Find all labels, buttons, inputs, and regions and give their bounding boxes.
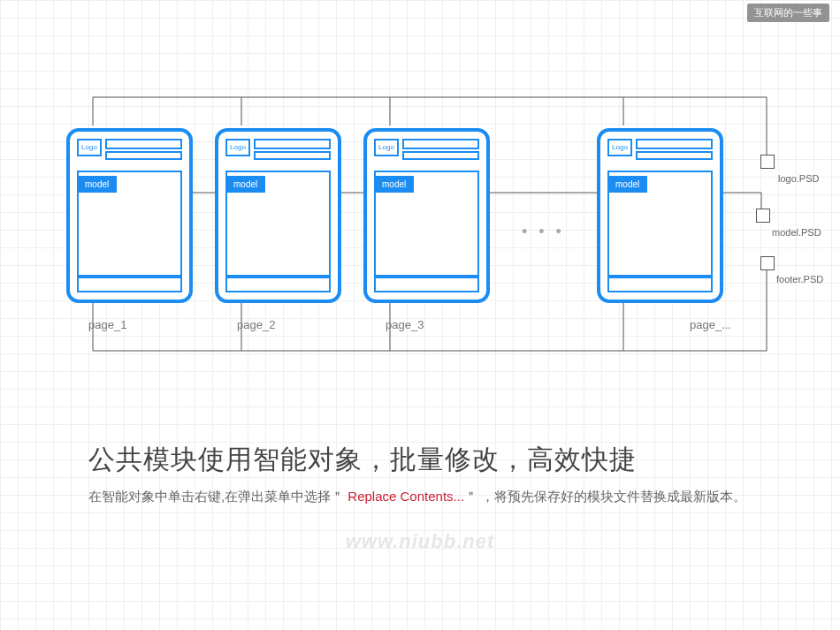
- header-bar: [402, 139, 479, 149]
- page-label-n: page_...: [690, 318, 731, 331]
- model-badge: model: [374, 176, 414, 193]
- file-label-logo: logo.PSD: [778, 173, 819, 184]
- model-badge: model: [225, 176, 265, 193]
- logo-slot: Logo: [225, 139, 250, 156]
- footer-slot: [374, 277, 479, 292]
- watermark: www.niubb.net: [0, 530, 840, 553]
- header-bar: [636, 139, 713, 149]
- page-label-3: page_3: [386, 318, 424, 331]
- page-card-2: Logo model: [215, 128, 341, 303]
- heading: 公共模块使用智能对象，批量修改，高效快捷: [88, 442, 637, 478]
- desc-part-a: 在智能对象中单击右键,在弹出菜单中选择＂: [88, 489, 344, 504]
- nav-bar: [636, 151, 713, 160]
- file-label-model: model.PSD: [772, 227, 821, 238]
- footer-slot: [225, 277, 331, 292]
- page-card-n: Logo model: [597, 128, 723, 303]
- file-icon: [760, 256, 775, 270]
- page-label-1: page_1: [88, 318, 126, 331]
- header-bar: [254, 139, 331, 149]
- model-badge: model: [607, 176, 647, 193]
- logo-slot: Logo: [77, 139, 102, 156]
- menu-command: Replace Contents...: [344, 489, 464, 504]
- nav-bar: [105, 151, 182, 160]
- footer-slot: [77, 277, 182, 292]
- logo-slot: Logo: [374, 139, 399, 156]
- logo-slot: Logo: [607, 139, 632, 156]
- desc-part-b: ＂ ，将预先保存好的模块文件替换成最新版本。: [464, 489, 746, 504]
- diagram-stage: Logo model Logo model Logo model Logo mo…: [0, 0, 840, 389]
- model-badge: model: [77, 176, 117, 193]
- file-icon: [756, 209, 770, 223]
- page-label-2: page_2: [237, 318, 275, 331]
- page-card-3: Logo model: [363, 128, 490, 303]
- description: 在智能对象中单击右键,在弹出菜单中选择＂ Replace Contents...…: [88, 484, 778, 509]
- nav-bar: [402, 151, 479, 160]
- footer-slot: [607, 277, 713, 292]
- header-bar: [105, 139, 182, 149]
- ellipsis-icon: • • •: [522, 223, 565, 241]
- nav-bar: [254, 151, 331, 160]
- file-icon: [760, 155, 775, 169]
- file-label-footer: footer.PSD: [776, 274, 823, 285]
- page-card-1: Logo model: [66, 128, 193, 303]
